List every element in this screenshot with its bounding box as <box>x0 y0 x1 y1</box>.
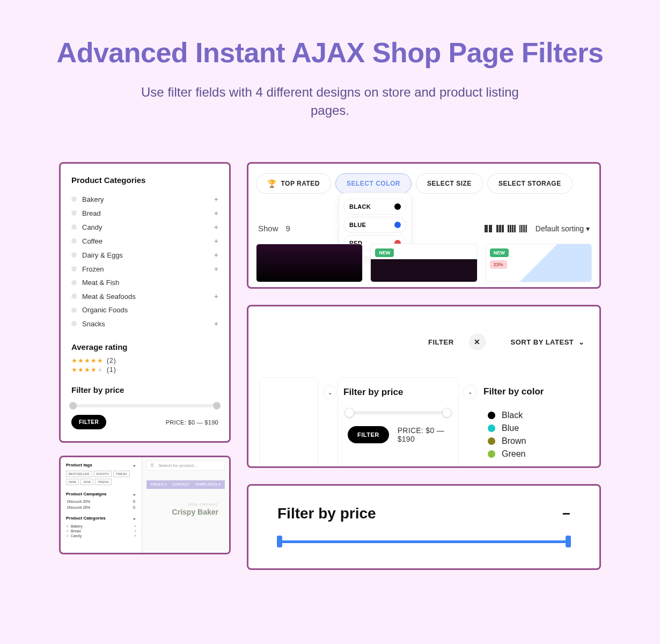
tag[interactable]: NINE <box>66 479 79 485</box>
page-subtitle: Use filter fields with 4 different desig… <box>137 83 523 119</box>
pill-top-rated[interactable]: 🏆TOP RATED <box>256 173 331 194</box>
chevron-down-icon[interactable]: ⌄ <box>463 385 477 399</box>
badge-new: NEW <box>375 248 394 257</box>
bullet-icon <box>71 210 77 216</box>
show-count[interactable]: 9 <box>286 224 290 233</box>
grid-view-toggles[interactable] <box>484 224 528 233</box>
color-option[interactable]: Brown <box>488 436 589 446</box>
svg-rect-1 <box>489 225 492 232</box>
chevron-down-icon[interactable]: ⌄ <box>133 492 136 496</box>
category-item[interactable]: Dairy & Eggs+ <box>71 248 218 262</box>
chevron-down-icon[interactable]: ⌄ <box>323 385 337 399</box>
plus-icon[interactable]: + <box>214 223 218 231</box>
plus-icon[interactable]: + <box>214 251 218 259</box>
filter-price-large-panel: Filter by price− <box>247 484 601 570</box>
plus-icon[interactable]: + <box>214 265 218 273</box>
price-slider[interactable] <box>71 404 218 407</box>
filter-row-panel: FILTER ✕ SORT BY LATEST ⌄ ⌄Filter by pri… <box>247 305 601 468</box>
nav-item[interactable]: PAGES ▾ <box>151 482 167 487</box>
svg-rect-6 <box>510 225 511 232</box>
category-item[interactable]: Coffee+ <box>71 234 218 248</box>
sort-select[interactable]: Default sorting ▾ <box>536 224 590 233</box>
color-option[interactable]: Black <box>488 411 589 420</box>
filter-button[interactable]: FILTER <box>348 426 389 443</box>
hero-overline: 100% ORGANIC <box>153 503 218 506</box>
color-option[interactable]: Blue <box>488 423 589 433</box>
chevron-down-icon: ▾ <box>586 224 590 233</box>
svg-rect-13 <box>526 225 527 232</box>
color-option[interactable]: Green <box>488 449 589 459</box>
tag[interactable]: BESTSELLER <box>66 471 92 477</box>
badge-new: NEW <box>490 248 509 257</box>
sidebar-filter-panel: Product Categories Bakery+Bread+Candy+Co… <box>59 162 231 443</box>
bullet-icon <box>71 224 77 230</box>
hero-title: Crispy Baker <box>153 508 218 516</box>
color-option[interactable]: BLACK <box>343 199 407 215</box>
price-slider[interactable] <box>278 540 569 543</box>
rating-row[interactable]: ★★★★★(1) <box>71 366 218 374</box>
category-item[interactable]: Snacks+ <box>71 317 218 331</box>
svg-rect-8 <box>514 225 516 232</box>
chevron-down-icon[interactable]: ⌄ <box>133 516 136 521</box>
category-item[interactable]: Organic Foods <box>71 303 218 317</box>
product-card[interactable]: NEW23% <box>485 244 592 282</box>
search-input[interactable]: ☰Search for product... <box>146 460 225 471</box>
plus-icon[interactable]: + <box>214 319 218 328</box>
grid-3-icon <box>496 224 504 233</box>
bullet-icon <box>71 196 77 202</box>
category-item[interactable]: Candy+ <box>66 533 136 538</box>
rating-row[interactable]: ★★★★★(2) <box>71 357 218 364</box>
bullet-icon <box>71 294 77 299</box>
campaign-item[interactable]: Discount 28%0 <box>64 504 138 510</box>
tag[interactable]: ENVATO <box>94 471 112 477</box>
close-icon[interactable]: ✕ <box>469 333 486 350</box>
category-item[interactable]: Bakery+ <box>66 524 136 529</box>
pill-select-size[interactable]: SELECT SIZE <box>416 173 483 194</box>
pill-select-color[interactable]: SELECT COLOR <box>335 173 412 194</box>
heading-categories: Product Categories⌄ <box>64 514 138 523</box>
category-item[interactable]: Frozen+ <box>71 262 218 276</box>
page-title: Advanced Instant AJAX Shop Page Filters <box>21 38 639 68</box>
product-card[interactable] <box>256 244 363 282</box>
category-item[interactable]: Candy+ <box>71 220 218 234</box>
category-item[interactable]: Meat & Seafoods+ <box>71 289 218 303</box>
category-item[interactable]: Bread+ <box>71 206 218 220</box>
heading-campaigns: Product Campaigns⌄ <box>64 489 138 499</box>
plus-icon[interactable]: + <box>214 209 218 217</box>
heading-filter-price: Filter by price <box>277 505 376 522</box>
svg-rect-5 <box>508 225 509 232</box>
nav-item[interactable]: TEMPLATES ▾ <box>195 482 221 487</box>
tag[interactable]: FRESH <box>113 471 129 477</box>
plus-icon[interactable]: + <box>214 292 218 301</box>
category-item[interactable]: Bread+ <box>66 529 136 533</box>
color-option[interactable]: BLUE <box>343 217 407 233</box>
show-label: Show <box>258 224 278 233</box>
bullet-icon <box>71 308 77 313</box>
filter-toggle[interactable]: FILTER <box>428 338 454 346</box>
campaign-item[interactable]: Discount 20%0 <box>64 499 138 504</box>
svg-rect-12 <box>524 225 525 232</box>
heading-filter-price: Filter by price <box>71 385 218 394</box>
nav-bar: PAGES ▾CONTACTTEMPLATES ▾ <box>146 480 225 489</box>
sort-select[interactable]: SORT BY LATEST ⌄ <box>511 338 584 346</box>
tag[interactable]: SIDE <box>80 479 93 485</box>
filter-button[interactable]: FILTER <box>71 415 106 429</box>
plus-icon[interactable]: + <box>214 195 218 203</box>
category-item[interactable]: Meat & Fish <box>71 276 218 289</box>
bullet-icon <box>71 266 77 272</box>
price-slider[interactable] <box>348 411 449 414</box>
tag[interactable]: TREND <box>95 479 112 485</box>
nav-item[interactable]: CONTACT <box>172 482 190 487</box>
bullet-icon <box>71 280 77 286</box>
minus-icon[interactable]: − <box>562 506 570 522</box>
pill-select-storage[interactable]: SELECT STORAGE <box>487 173 573 194</box>
category-item[interactable]: Bakery+ <box>71 192 218 206</box>
chevron-down-icon: ⌄ <box>578 338 585 346</box>
plus-icon[interactable]: + <box>214 237 218 245</box>
bullet-icon <box>71 252 77 258</box>
price-range-label: PRICE: $0 — $190 <box>398 426 449 443</box>
filter-color-card: ⌄Filter by color BlackBlueBrownGreen <box>478 377 589 468</box>
chevron-down-icon[interactable]: ⌄ <box>133 463 136 467</box>
product-card[interactable]: NEW <box>370 244 477 282</box>
sidebar-tags-panel: Product tags⌄ BESTSELLERENVATOFRESHNINES… <box>59 456 231 554</box>
